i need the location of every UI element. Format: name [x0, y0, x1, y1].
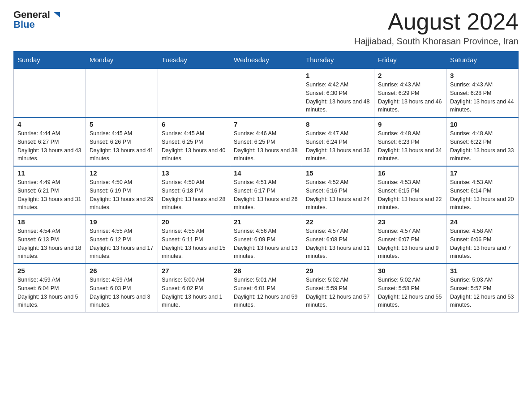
- location-subtitle: Hajjiabad, South Khorasan Province, Iran: [354, 36, 519, 47]
- day-info: Sunrise: 4:43 AMSunset: 6:28 PMDaylight:…: [450, 81, 515, 114]
- calendar-cell: 19Sunrise: 4:55 AMSunset: 6:12 PMDayligh…: [86, 215, 158, 264]
- day-info: Sunrise: 4:43 AMSunset: 6:29 PMDaylight:…: [378, 81, 442, 114]
- day-info: Sunrise: 5:02 AMSunset: 5:59 PMDaylight:…: [306, 276, 370, 309]
- day-info: Sunrise: 4:59 AMSunset: 6:03 PMDaylight:…: [90, 276, 154, 309]
- day-info: Sunrise: 5:02 AMSunset: 5:58 PMDaylight:…: [378, 276, 442, 309]
- page-header: General Blue August 2024 Hajjiabad, Sout…: [13, 9, 519, 47]
- calendar-cell: 11Sunrise: 4:49 AMSunset: 6:21 PMDayligh…: [14, 166, 86, 215]
- day-number: 14: [234, 169, 298, 177]
- calendar-week-row: 25Sunrise: 4:59 AMSunset: 6:04 PMDayligh…: [14, 264, 519, 313]
- day-info: Sunrise: 4:48 AMSunset: 6:23 PMDaylight:…: [378, 129, 442, 163]
- header-saturday: Saturday: [446, 51, 519, 69]
- calendar-cell: 18Sunrise: 4:54 AMSunset: 6:13 PMDayligh…: [14, 215, 86, 264]
- day-number: 11: [17, 169, 82, 177]
- day-number: 16: [378, 169, 442, 177]
- day-info: Sunrise: 4:53 AMSunset: 6:15 PMDaylight:…: [378, 178, 442, 212]
- calendar-cell: 8Sunrise: 4:47 AMSunset: 6:24 PMDaylight…: [302, 117, 374, 166]
- day-number: 23: [378, 218, 442, 226]
- calendar-cell: 9Sunrise: 4:48 AMSunset: 6:23 PMDaylight…: [374, 117, 446, 166]
- calendar-cell: 28Sunrise: 5:01 AMSunset: 6:01 PMDayligh…: [230, 264, 302, 313]
- calendar-cell: 7Sunrise: 4:46 AMSunset: 6:25 PMDaylight…: [230, 117, 302, 166]
- calendar-cell: [158, 68, 230, 117]
- calendar-week-row: 11Sunrise: 4:49 AMSunset: 6:21 PMDayligh…: [14, 166, 519, 215]
- day-info: Sunrise: 4:59 AMSunset: 6:04 PMDaylight:…: [17, 276, 82, 309]
- day-info: Sunrise: 4:58 AMSunset: 6:06 PMDaylight:…: [450, 227, 515, 261]
- calendar-cell: 6Sunrise: 4:45 AMSunset: 6:25 PMDaylight…: [158, 117, 230, 166]
- day-number: 22: [306, 218, 370, 226]
- day-number: 25: [17, 267, 82, 274]
- calendar-cell: 12Sunrise: 4:50 AMSunset: 6:19 PMDayligh…: [86, 166, 158, 215]
- calendar-cell: 17Sunrise: 4:53 AMSunset: 6:14 PMDayligh…: [446, 166, 519, 215]
- calendar-cell: 30Sunrise: 5:02 AMSunset: 5:58 PMDayligh…: [374, 264, 446, 313]
- calendar-cell: 25Sunrise: 4:59 AMSunset: 6:04 PMDayligh…: [14, 264, 86, 313]
- day-info: Sunrise: 5:01 AMSunset: 6:01 PMDaylight:…: [234, 276, 298, 309]
- header-friday: Friday: [374, 51, 446, 69]
- calendar-cell: 10Sunrise: 4:48 AMSunset: 6:22 PMDayligh…: [446, 117, 519, 166]
- header-wednesday: Wednesday: [230, 51, 302, 69]
- day-number: 31: [450, 267, 515, 274]
- day-number: 8: [306, 120, 370, 128]
- calendar-cell: [230, 68, 302, 117]
- day-number: 15: [306, 169, 370, 177]
- calendar-cell: 27Sunrise: 5:00 AMSunset: 6:02 PMDayligh…: [158, 264, 230, 313]
- calendar-cell: 1Sunrise: 4:42 AMSunset: 6:30 PMDaylight…: [302, 68, 374, 117]
- day-info: Sunrise: 4:53 AMSunset: 6:14 PMDaylight:…: [450, 178, 515, 212]
- calendar-cell: 26Sunrise: 4:59 AMSunset: 6:03 PMDayligh…: [86, 264, 158, 313]
- calendar-cell: 13Sunrise: 4:50 AMSunset: 6:18 PMDayligh…: [158, 166, 230, 215]
- calendar-cell: 31Sunrise: 5:03 AMSunset: 5:57 PMDayligh…: [446, 264, 519, 313]
- day-info: Sunrise: 4:48 AMSunset: 6:22 PMDaylight:…: [450, 129, 515, 163]
- day-number: 20: [162, 218, 226, 226]
- calendar-cell: 2Sunrise: 4:43 AMSunset: 6:29 PMDaylight…: [374, 68, 446, 117]
- day-info: Sunrise: 4:56 AMSunset: 6:09 PMDaylight:…: [234, 227, 298, 261]
- day-number: 19: [90, 218, 154, 226]
- header-sunday: Sunday: [14, 51, 86, 69]
- calendar-cell: 16Sunrise: 4:53 AMSunset: 6:15 PMDayligh…: [374, 166, 446, 215]
- calendar-cell: 24Sunrise: 4:58 AMSunset: 6:06 PMDayligh…: [446, 215, 519, 264]
- day-info: Sunrise: 4:46 AMSunset: 6:25 PMDaylight:…: [234, 129, 298, 163]
- day-info: Sunrise: 4:52 AMSunset: 6:16 PMDaylight:…: [306, 178, 370, 212]
- day-info: Sunrise: 4:55 AMSunset: 6:12 PMDaylight:…: [90, 227, 154, 261]
- day-number: 17: [450, 169, 515, 177]
- day-number: 29: [306, 267, 370, 274]
- day-info: Sunrise: 5:03 AMSunset: 5:57 PMDaylight:…: [450, 276, 515, 309]
- day-number: 21: [234, 218, 298, 226]
- day-number: 24: [450, 218, 515, 226]
- day-number: 30: [378, 267, 442, 274]
- day-number: 4: [17, 120, 82, 128]
- day-info: Sunrise: 4:45 AMSunset: 6:26 PMDaylight:…: [90, 129, 154, 163]
- day-number: 27: [162, 267, 226, 274]
- day-number: 3: [450, 72, 515, 79]
- day-info: Sunrise: 4:50 AMSunset: 6:18 PMDaylight:…: [162, 178, 226, 212]
- calendar-week-row: 4Sunrise: 4:44 AMSunset: 6:27 PMDaylight…: [14, 117, 519, 166]
- day-info: Sunrise: 4:55 AMSunset: 6:11 PMDaylight:…: [162, 227, 226, 261]
- day-info: Sunrise: 4:57 AMSunset: 6:07 PMDaylight:…: [378, 227, 442, 261]
- day-number: 18: [17, 218, 82, 226]
- calendar-cell: 4Sunrise: 4:44 AMSunset: 6:27 PMDaylight…: [14, 117, 86, 166]
- calendar-cell: 21Sunrise: 4:56 AMSunset: 6:09 PMDayligh…: [230, 215, 302, 264]
- calendar-cell: 15Sunrise: 4:52 AMSunset: 6:16 PMDayligh…: [302, 166, 374, 215]
- logo-triangle-icon: [51, 10, 61, 20]
- day-info: Sunrise: 4:49 AMSunset: 6:21 PMDaylight:…: [17, 178, 82, 212]
- weekday-header-row: Sunday Monday Tuesday Wednesday Thursday…: [14, 51, 519, 69]
- header-monday: Monday: [86, 51, 158, 69]
- logo-blue-text: Blue: [13, 19, 35, 30]
- day-info: Sunrise: 4:54 AMSunset: 6:13 PMDaylight:…: [17, 227, 82, 261]
- calendar-cell: [86, 68, 158, 117]
- day-number: 10: [450, 120, 515, 128]
- calendar-week-row: 18Sunrise: 4:54 AMSunset: 6:13 PMDayligh…: [14, 215, 519, 264]
- calendar-week-row: 1Sunrise: 4:42 AMSunset: 6:30 PMDaylight…: [14, 68, 519, 117]
- calendar-cell: 29Sunrise: 5:02 AMSunset: 5:59 PMDayligh…: [302, 264, 374, 313]
- day-number: 1: [306, 72, 370, 79]
- day-number: 26: [90, 267, 154, 274]
- calendar-cell: 23Sunrise: 4:57 AMSunset: 6:07 PMDayligh…: [374, 215, 446, 264]
- logo: General Blue: [13, 9, 61, 30]
- svg-marker-0: [54, 12, 60, 17]
- day-number: 5: [90, 120, 154, 128]
- day-number: 28: [234, 267, 298, 274]
- calendar-body: 1Sunrise: 4:42 AMSunset: 6:30 PMDaylight…: [14, 68, 519, 313]
- day-info: Sunrise: 5:00 AMSunset: 6:02 PMDaylight:…: [162, 276, 226, 309]
- header-tuesday: Tuesday: [158, 51, 230, 69]
- day-info: Sunrise: 4:50 AMSunset: 6:19 PMDaylight:…: [90, 178, 154, 212]
- day-number: 7: [234, 120, 298, 128]
- day-number: 6: [162, 120, 226, 128]
